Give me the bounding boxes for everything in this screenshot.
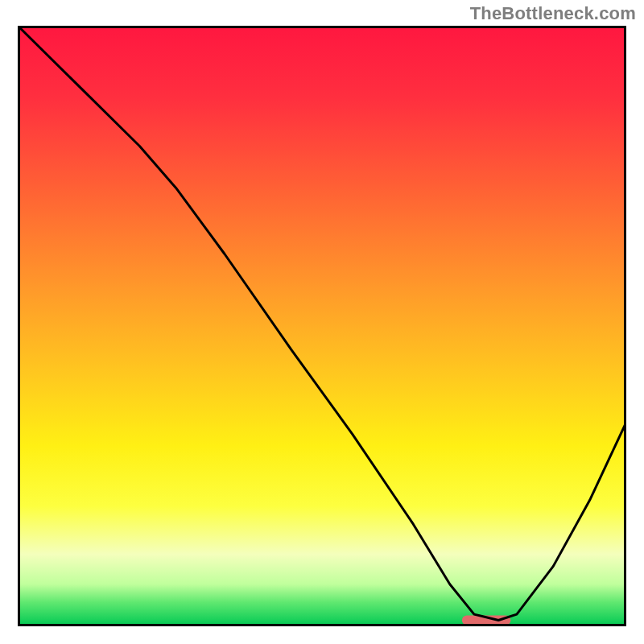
watermark-text: TheBottleneck.com [470, 3, 636, 24]
chart-svg [18, 26, 626, 626]
chart-container: TheBottleneck.com [0, 0, 644, 644]
plot-area [18, 26, 626, 626]
